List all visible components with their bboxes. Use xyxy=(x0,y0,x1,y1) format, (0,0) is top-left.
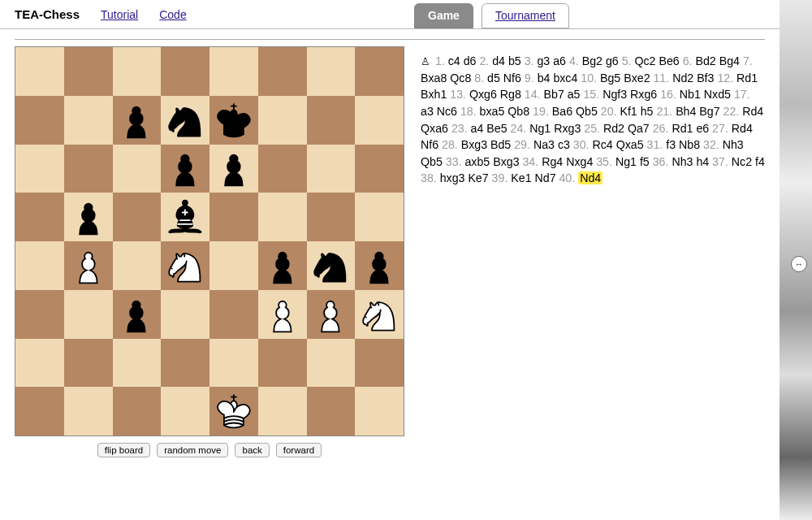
resize-handle-icon[interactable]: ↔ xyxy=(791,256,807,272)
nav-code[interactable]: Code xyxy=(159,8,186,21)
move-white[interactable]: g3 xyxy=(537,54,550,67)
move-black[interactable]: Bd5 xyxy=(490,138,511,151)
move-white[interactable]: Rc4 xyxy=(593,138,613,151)
move-white[interactable]: Ba6 xyxy=(552,105,572,118)
square[interactable] xyxy=(113,193,162,241)
move-white[interactable]: Ngf3 xyxy=(603,88,627,101)
move-black[interactable]: e6 xyxy=(696,122,709,135)
square[interactable] xyxy=(15,145,64,193)
square[interactable] xyxy=(64,47,113,96)
move-black[interactable]: Bg4 xyxy=(719,54,740,67)
move-black[interactable]: Be5 xyxy=(486,122,507,135)
square[interactable] xyxy=(15,241,64,290)
move-black[interactable]: Ke7 xyxy=(468,171,488,184)
square[interactable] xyxy=(355,193,404,241)
move-white[interactable]: Bxg3 xyxy=(461,138,487,151)
move-white[interactable]: Rd4 xyxy=(742,105,763,118)
square[interactable] xyxy=(209,339,258,388)
black-bishop[interactable] xyxy=(161,193,209,241)
move-black[interactable]: Qb8 xyxy=(508,105,529,118)
move-white[interactable]: d4 xyxy=(492,54,505,67)
move-white[interactable]: Ke1 xyxy=(511,171,531,184)
move-black[interactable]: a5 xyxy=(568,88,581,101)
move-black[interactable]: f4 xyxy=(755,155,765,168)
white-pawn[interactable] xyxy=(307,290,356,339)
square[interactable] xyxy=(209,241,258,290)
square[interactable] xyxy=(209,193,258,241)
black-knight[interactable] xyxy=(307,241,356,290)
move-black[interactable]: Nxd5 xyxy=(704,88,731,101)
white-knight[interactable] xyxy=(355,290,404,339)
white-pawn[interactable] xyxy=(258,290,307,339)
tab-game[interactable]: Game xyxy=(414,3,473,28)
square[interactable] xyxy=(64,339,113,388)
move-white[interactable]: f3 xyxy=(666,138,676,151)
move-white[interactable]: Nh3 xyxy=(723,138,744,151)
move-black[interactable]: Be6 xyxy=(659,54,679,67)
move-white[interactable]: bxa5 xyxy=(480,105,505,118)
move-white[interactable]: axb5 xyxy=(464,155,490,168)
move-black[interactable]: Nd7 xyxy=(535,171,556,184)
move-white[interactable]: Rd4 xyxy=(732,122,753,135)
move-white[interactable]: Bg2 xyxy=(582,54,603,67)
black-knight[interactable] xyxy=(161,96,209,145)
move-black[interactable]: Bxe2 xyxy=(624,72,650,84)
move-white[interactable]: Nc2 xyxy=(732,155,752,168)
square[interactable] xyxy=(307,145,356,193)
move-black[interactable]: Qxa6 xyxy=(421,122,448,135)
square[interactable] xyxy=(258,193,307,241)
move-black[interactable]: c3 xyxy=(558,138,570,151)
square[interactable] xyxy=(258,96,307,145)
move-black[interactable]: Bxg3 xyxy=(493,155,519,168)
square[interactable] xyxy=(161,290,209,339)
move-white[interactable]: Nb1 xyxy=(680,88,701,101)
move-white[interactable]: Ng1 xyxy=(615,155,637,168)
random-move-button[interactable]: random move xyxy=(157,443,228,457)
move-black[interactable]: Nc6 xyxy=(437,105,457,118)
tab-tournament[interactable]: Tournament xyxy=(482,3,569,28)
move-black[interactable]: Bg7 xyxy=(699,105,719,118)
move-white[interactable]: hxg3 xyxy=(440,171,465,184)
move-black[interactable]: Qb5 xyxy=(576,105,598,118)
square[interactable] xyxy=(258,145,307,193)
square[interactable] xyxy=(209,290,258,339)
move-black[interactable]: Qc8 xyxy=(450,72,471,84)
square[interactable] xyxy=(15,339,64,388)
move-black[interactable]: h4 xyxy=(696,155,709,168)
square[interactable] xyxy=(113,47,162,96)
move-white[interactable]: Bg5 xyxy=(600,72,620,84)
move-white[interactable]: b4 xyxy=(538,72,551,84)
square[interactable] xyxy=(307,96,356,145)
move-black[interactable]: a6 xyxy=(553,54,566,67)
move-white[interactable]: Kf1 xyxy=(620,105,637,118)
square[interactable] xyxy=(258,339,307,388)
move-black[interactable]: Rg8 xyxy=(500,88,521,101)
back-button[interactable]: back xyxy=(235,443,269,457)
move-white[interactable]: Bxa8 xyxy=(421,72,447,84)
move-white[interactable]: c4 xyxy=(448,54,460,67)
square[interactable] xyxy=(64,96,113,145)
black-pawn[interactable] xyxy=(258,241,307,290)
move-white[interactable]: a3 xyxy=(421,105,434,118)
move-white[interactable]: Nd4 xyxy=(578,171,603,184)
move-white[interactable]: Rd1 xyxy=(736,72,758,84)
square[interactable] xyxy=(113,387,162,436)
square[interactable] xyxy=(113,145,162,193)
square[interactable] xyxy=(64,387,113,436)
white-king[interactable] xyxy=(209,387,258,436)
square[interactable] xyxy=(161,47,209,96)
move-white[interactable]: Qc2 xyxy=(634,54,655,67)
square[interactable] xyxy=(161,387,209,436)
square[interactable] xyxy=(209,47,258,96)
square[interactable] xyxy=(307,339,356,388)
move-white[interactable]: Ng1 xyxy=(529,122,551,135)
move-white[interactable]: Qxg6 xyxy=(469,88,497,101)
move-black[interactable]: g6 xyxy=(606,54,619,67)
flip-board-button[interactable]: flip board xyxy=(97,443,150,457)
move-black[interactable]: Nb8 xyxy=(679,138,700,151)
move-black[interactable]: Qxa5 xyxy=(616,138,644,151)
forward-button[interactable]: forward xyxy=(276,443,322,457)
move-white[interactable]: Nd2 xyxy=(672,72,693,84)
square[interactable] xyxy=(15,47,64,96)
square[interactable] xyxy=(355,47,404,96)
